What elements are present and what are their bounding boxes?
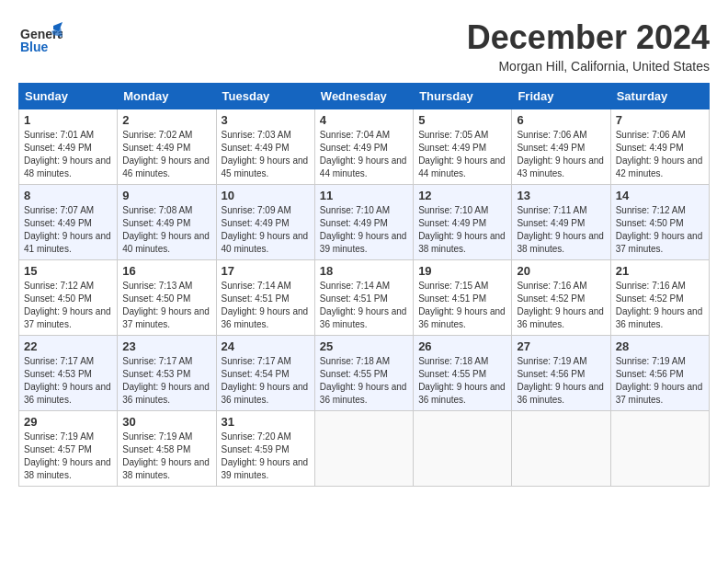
day-number: 26 [418, 339, 506, 353]
day-info: Sunrise: 7:17 AMSunset: 4:54 PMDaylight:… [222, 355, 310, 407]
day-info: Sunrise: 7:16 AMSunset: 4:52 PMDaylight:… [616, 280, 704, 331]
day-info: Sunrise: 7:19 AMSunset: 4:56 PMDaylight:… [616, 355, 704, 407]
day-number: 3 [222, 113, 310, 127]
calendar-cell: 8Sunrise: 7:07 AMSunset: 4:49 PMDaylight… [19, 185, 118, 260]
day-info: Sunrise: 7:10 AMSunset: 4:49 PMDaylight:… [418, 204, 506, 256]
day-number: 22 [24, 339, 112, 353]
day-info: Sunrise: 7:03 AMSunset: 4:49 PMDaylight:… [222, 129, 310, 180]
day-number: 15 [24, 264, 112, 278]
calendar-cell: 24Sunrise: 7:17 AMSunset: 4:54 PMDayligh… [216, 336, 314, 411]
day-number: 29 [24, 415, 112, 429]
calendar-cell: 21Sunrise: 7:16 AMSunset: 4:52 PMDayligh… [610, 260, 709, 336]
day-info: Sunrise: 7:06 AMSunset: 4:49 PMDaylight:… [616, 129, 704, 180]
day-number: 17 [222, 264, 310, 278]
day-info: Sunrise: 7:16 AMSunset: 4:52 PMDaylight:… [517, 280, 605, 331]
day-info: Sunrise: 7:14 AMSunset: 4:51 PMDaylight:… [222, 280, 310, 331]
day-info: Sunrise: 7:08 AMSunset: 4:49 PMDaylight:… [122, 204, 210, 256]
day-number: 9 [122, 189, 210, 202]
day-number: 6 [517, 113, 605, 127]
day-number: 28 [616, 339, 704, 353]
calendar-cell: 1Sunrise: 7:01 AMSunset: 4:49 PMDaylight… [19, 109, 118, 185]
day-info: Sunrise: 7:01 AMSunset: 4:49 PMDaylight:… [24, 129, 112, 180]
day-info: Sunrise: 7:18 AMSunset: 4:55 PMDaylight:… [320, 355, 408, 407]
calendar-cell: 5Sunrise: 7:05 AMSunset: 4:49 PMDaylight… [414, 109, 512, 185]
day-info: Sunrise: 7:12 AMSunset: 4:50 PMDaylight:… [616, 204, 704, 256]
day-info: Sunrise: 7:17 AMSunset: 4:53 PMDaylight:… [122, 355, 210, 407]
calendar-cell: 4Sunrise: 7:04 AMSunset: 4:49 PMDaylight… [314, 109, 413, 185]
day-number: 5 [418, 113, 506, 127]
day-number: 24 [222, 339, 310, 353]
calendar-week-row: 1Sunrise: 7:01 AMSunset: 4:49 PMDaylight… [19, 109, 710, 185]
calendar-cell: 9Sunrise: 7:08 AMSunset: 4:49 PMDaylight… [118, 185, 216, 260]
calendar-cell: 25Sunrise: 7:18 AMSunset: 4:55 PMDayligh… [314, 336, 413, 411]
calendar-cell: 6Sunrise: 7:06 AMSunset: 4:49 PMDaylight… [512, 109, 610, 185]
calendar-cell [512, 411, 610, 487]
day-info: Sunrise: 7:04 AMSunset: 4:49 PMDaylight:… [320, 129, 408, 180]
day-info: Sunrise: 7:14 AMSunset: 4:51 PMDaylight:… [320, 280, 408, 331]
day-number: 23 [122, 339, 210, 353]
calendar-cell: 29Sunrise: 7:19 AMSunset: 4:57 PMDayligh… [19, 411, 118, 487]
day-number: 18 [320, 264, 408, 278]
day-info: Sunrise: 7:02 AMSunset: 4:49 PMDaylight:… [122, 129, 210, 180]
page-header: General Blue December 2024 Morgan Hill, … [18, 18, 710, 74]
calendar-cell: 30Sunrise: 7:19 AMSunset: 4:58 PMDayligh… [118, 411, 216, 487]
calendar-cell: 3Sunrise: 7:03 AMSunset: 4:49 PMDaylight… [216, 109, 314, 185]
weekday-header: Saturday [610, 84, 709, 109]
calendar-cell: 26Sunrise: 7:18 AMSunset: 4:55 PMDayligh… [414, 336, 512, 411]
day-info: Sunrise: 7:20 AMSunset: 4:59 PMDaylight:… [222, 431, 310, 482]
calendar-week-row: 8Sunrise: 7:07 AMSunset: 4:49 PMDaylight… [19, 185, 710, 260]
day-info: Sunrise: 7:19 AMSunset: 4:57 PMDaylight:… [24, 431, 112, 482]
weekday-header: Friday [512, 84, 610, 109]
day-info: Sunrise: 7:19 AMSunset: 4:56 PMDaylight:… [517, 355, 605, 407]
day-number: 4 [320, 113, 408, 127]
calendar-cell: 17Sunrise: 7:14 AMSunset: 4:51 PMDayligh… [216, 260, 314, 336]
calendar-cell: 12Sunrise: 7:10 AMSunset: 4:49 PMDayligh… [414, 185, 512, 260]
day-number: 31 [222, 415, 310, 429]
calendar-cell [314, 411, 413, 487]
day-info: Sunrise: 7:12 AMSunset: 4:50 PMDaylight:… [24, 280, 112, 331]
calendar-week-row: 15Sunrise: 7:12 AMSunset: 4:50 PMDayligh… [19, 260, 710, 336]
calendar-cell: 23Sunrise: 7:17 AMSunset: 4:53 PMDayligh… [118, 336, 216, 411]
day-info: Sunrise: 7:07 AMSunset: 4:49 PMDaylight:… [24, 204, 112, 256]
svg-text:Blue: Blue [20, 40, 49, 54]
day-info: Sunrise: 7:05 AMSunset: 4:49 PMDaylight:… [418, 129, 506, 180]
day-info: Sunrise: 7:11 AMSunset: 4:49 PMDaylight:… [517, 204, 605, 256]
day-number: 20 [517, 264, 605, 278]
day-number: 14 [616, 189, 704, 202]
calendar-table: SundayMondayTuesdayWednesdayThursdayFrid… [18, 83, 710, 487]
calendar-cell: 7Sunrise: 7:06 AMSunset: 4:49 PMDaylight… [610, 109, 709, 185]
calendar-week-row: 29Sunrise: 7:19 AMSunset: 4:57 PMDayligh… [19, 411, 710, 487]
weekday-header-row: SundayMondayTuesdayWednesdayThursdayFrid… [19, 84, 710, 109]
calendar-cell: 16Sunrise: 7:13 AMSunset: 4:50 PMDayligh… [118, 260, 216, 336]
weekday-header: Tuesday [216, 84, 314, 109]
calendar-week-row: 22Sunrise: 7:17 AMSunset: 4:53 PMDayligh… [19, 336, 710, 411]
weekday-header: Wednesday [314, 84, 413, 109]
day-info: Sunrise: 7:09 AMSunset: 4:49 PMDaylight:… [222, 204, 310, 256]
day-info: Sunrise: 7:13 AMSunset: 4:50 PMDaylight:… [122, 280, 210, 331]
calendar-cell [414, 411, 512, 487]
calendar-cell: 15Sunrise: 7:12 AMSunset: 4:50 PMDayligh… [19, 260, 118, 336]
day-number: 13 [517, 189, 605, 202]
day-number: 10 [222, 189, 310, 202]
day-info: Sunrise: 7:18 AMSunset: 4:55 PMDaylight:… [418, 355, 506, 407]
day-number: 11 [320, 189, 408, 202]
calendar-cell: 14Sunrise: 7:12 AMSunset: 4:50 PMDayligh… [610, 185, 709, 260]
day-number: 2 [122, 113, 210, 127]
calendar-cell: 11Sunrise: 7:10 AMSunset: 4:49 PMDayligh… [314, 185, 413, 260]
day-number: 27 [517, 339, 605, 353]
calendar-cell: 13Sunrise: 7:11 AMSunset: 4:49 PMDayligh… [512, 185, 610, 260]
day-info: Sunrise: 7:10 AMSunset: 4:49 PMDaylight:… [320, 204, 408, 256]
calendar-cell: 19Sunrise: 7:15 AMSunset: 4:51 PMDayligh… [414, 260, 512, 336]
month-title: December 2024 [467, 18, 710, 57]
calendar-cell: 10Sunrise: 7:09 AMSunset: 4:49 PMDayligh… [216, 185, 314, 260]
day-number: 1 [24, 113, 112, 127]
day-info: Sunrise: 7:17 AMSunset: 4:53 PMDaylight:… [24, 355, 112, 407]
day-number: 30 [122, 415, 210, 429]
day-number: 12 [418, 189, 506, 202]
calendar-cell: 20Sunrise: 7:16 AMSunset: 4:52 PMDayligh… [512, 260, 610, 336]
calendar-cell: 27Sunrise: 7:19 AMSunset: 4:56 PMDayligh… [512, 336, 610, 411]
location-label: Morgan Hill, California, United States [467, 59, 710, 74]
day-info: Sunrise: 7:15 AMSunset: 4:51 PMDaylight:… [418, 280, 506, 331]
weekday-header: Thursday [414, 84, 512, 109]
title-section: December 2024 Morgan Hill, California, U… [467, 18, 710, 74]
